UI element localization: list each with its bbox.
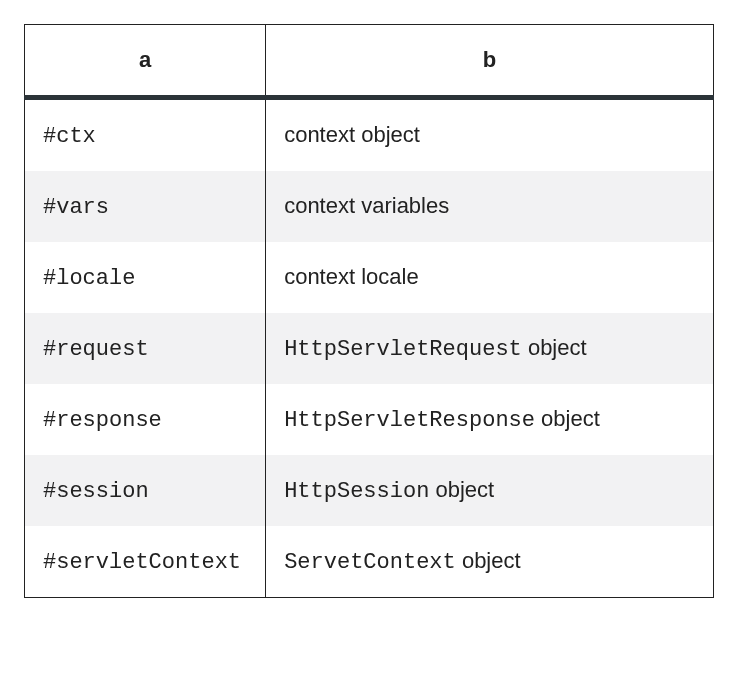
code-text: ServetContext [284, 550, 456, 575]
cell-a: #response [25, 384, 266, 455]
code-text: #session [43, 479, 149, 504]
plain-text: context variables [284, 193, 449, 218]
table-row: #request HttpServletRequest object [25, 313, 714, 384]
cell-a: #locale [25, 242, 266, 313]
code-text: HttpServletRequest [284, 337, 522, 362]
table-row: #locale context locale [25, 242, 714, 313]
code-text: HttpSession [284, 479, 429, 504]
table-header-b: b [266, 25, 714, 98]
code-text: #servletContext [43, 550, 241, 575]
cell-a: #request [25, 313, 266, 384]
code-text: #response [43, 408, 162, 433]
cell-b: context locale [266, 242, 714, 313]
table-header-row: a b [25, 25, 714, 98]
table-row: #session HttpSession object [25, 455, 714, 526]
cell-b: ServetContext object [266, 526, 714, 598]
table-row: #servletContext ServetContext object [25, 526, 714, 598]
plain-text: context object [284, 122, 420, 147]
cell-a: #session [25, 455, 266, 526]
table-header-a: a [25, 25, 266, 98]
cell-a: #vars [25, 171, 266, 242]
code-text: #vars [43, 195, 109, 220]
cell-b: context object [266, 98, 714, 172]
code-text: #ctx [43, 124, 96, 149]
cell-b: HttpSession object [266, 455, 714, 526]
plain-text: context locale [284, 264, 419, 289]
table-row: #response HttpServletResponse object [25, 384, 714, 455]
cell-a: #ctx [25, 98, 266, 172]
code-text: HttpServletResponse [284, 408, 535, 433]
plain-text: object [429, 477, 494, 502]
code-text: #locale [43, 266, 135, 291]
cell-b: HttpServletResponse object [266, 384, 714, 455]
plain-text: object [522, 335, 587, 360]
table-row: #ctx context object [25, 98, 714, 172]
plain-text: object [456, 548, 521, 573]
cell-b: context variables [266, 171, 714, 242]
cell-a: #servletContext [25, 526, 266, 598]
code-text: #request [43, 337, 149, 362]
table-row: #vars context variables [25, 171, 714, 242]
cell-b: HttpServletRequest object [266, 313, 714, 384]
reference-table: a b #ctx context object #vars context va… [24, 24, 714, 598]
plain-text: object [535, 406, 600, 431]
